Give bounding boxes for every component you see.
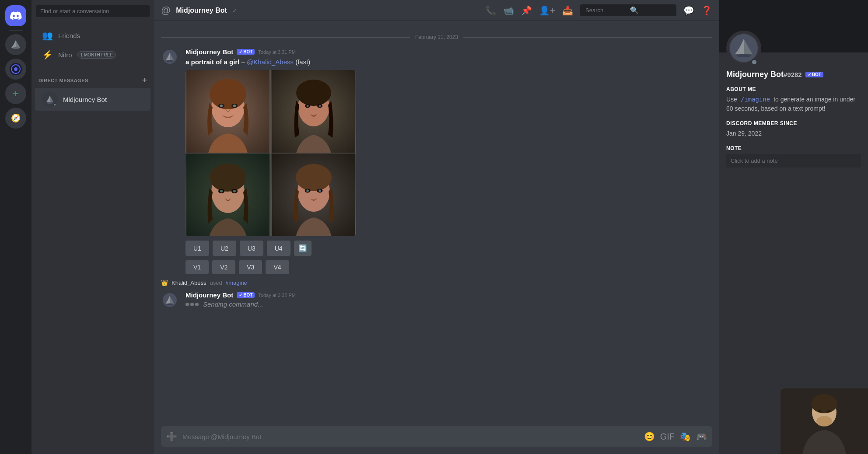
help-icon[interactable]: ❓ <box>701 5 712 16</box>
nitro-badge: 1 MONTH FREE <box>77 51 116 59</box>
v4-button[interactable]: V4 <box>266 260 289 274</box>
member-since-date: Jan 29, 2022 <box>726 129 861 138</box>
image-cell-3[interactable] <box>186 154 270 236</box>
message-content-1: Midjourney Bot ✓ BOT Today at 3:31 PM a … <box>186 48 712 274</box>
member-since-title: DISCORD MEMBER SINCE <box>726 120 861 126</box>
portrait-4 <box>271 154 356 236</box>
channel-name: Midjourney Bot <box>176 7 227 14</box>
sticker-button[interactable]: 🎭 <box>680 426 691 447</box>
server-icon-sailing[interactable] <box>5 34 26 55</box>
u2-button[interactable]: U2 <box>213 241 236 256</box>
search-icon: 🔍 <box>630 6 671 14</box>
message-input[interactable] <box>182 428 639 446</box>
dm-header: Direct Messages + <box>32 68 154 87</box>
call-icon[interactable]: 📞 <box>485 5 496 16</box>
profile-body: Midjourney Bot#9282 ✓ BOT ABOUT ME Use /… <box>719 52 868 182</box>
video-icon[interactable]: 📹 <box>503 5 514 16</box>
nitro-label: Nitro <box>58 51 72 59</box>
svg-point-28 <box>220 190 223 192</box>
sending-dots <box>186 303 199 306</box>
server-icon-ai[interactable] <box>5 59 26 80</box>
image-cell-2[interactable] <box>271 70 356 153</box>
threads-icon[interactable]: 💬 <box>683 5 694 16</box>
message-input-wrapper: ➕ 😊 GIF 🎭 🎮 <box>161 426 712 447</box>
friends-icon: 👥 <box>42 30 53 41</box>
message-time-1: Today at 3:31 PM <box>258 49 296 55</box>
portrait-2 <box>271 70 356 153</box>
refresh-button[interactable]: 🔄 <box>294 241 312 256</box>
sidebar-item-nitro[interactable]: ⚡ Nitro 1 MONTH FREE <box>35 45 150 64</box>
dm-header-label: Direct Messages <box>38 78 88 83</box>
dm-status-dot <box>53 103 58 107</box>
find-conversation-input[interactable] <box>36 5 150 17</box>
system-used-text: used <box>210 279 222 286</box>
svg-point-38 <box>166 304 173 305</box>
image-cell-1[interactable] <box>186 70 270 153</box>
profile-about-me-section: ABOUT ME Use /imagine to generate an ima… <box>726 86 861 113</box>
sidebar-item-friends[interactable]: 👥 Friends <box>35 26 150 45</box>
message-bold-text: a portrait of a girl <box>186 58 239 66</box>
header-actions: 📞 📹 📌 👤+ 📥 Search 🔍 💬 ❓ <box>485 4 712 16</box>
discord-home-button[interactable] <box>5 5 26 26</box>
message-header-2: Midjourney Bot ✓ BOT Today at 3:32 PM <box>186 291 712 299</box>
v1-button[interactable]: V1 <box>186 260 209 274</box>
svg-point-6 <box>47 102 53 104</box>
svg-point-15 <box>233 105 236 107</box>
gif-button[interactable]: GIF <box>660 426 675 447</box>
date-divider: February 11, 2023 <box>154 30 719 45</box>
portrait-3 <box>186 154 270 236</box>
profile-name: Midjourney Bot#9282 <box>726 70 802 79</box>
u4-button[interactable]: U4 <box>267 241 290 256</box>
pin-icon[interactable]: 📌 <box>521 5 532 16</box>
message-group-1: Midjourney Bot ✓ BOT Today at 3:31 PM a … <box>154 45 719 278</box>
webcam-person <box>780 388 868 454</box>
note-box[interactable]: Click to add a note <box>726 154 861 168</box>
main-chat: @ Midjourney Bot ✓ 📞 📹 📌 👤+ 📥 Search 🔍 💬… <box>154 0 719 454</box>
message-author-2: Midjourney Bot <box>186 291 233 299</box>
right-panel: Midjourney Bot#9282 ✓ BOT ABOUT ME Use /… <box>719 0 868 454</box>
svg-point-44 <box>811 394 837 413</box>
v3-button[interactable]: V3 <box>239 260 262 274</box>
bot-badge-1: ✓ BOT <box>237 49 255 55</box>
svg-point-32 <box>296 164 332 191</box>
activity-button[interactable]: 🎮 <box>696 426 707 447</box>
explore-servers-button[interactable]: 🧭 <box>5 108 26 129</box>
sidebar: 👥 Friends ⚡ Nitro 1 MONTH FREE Direct Me… <box>32 0 154 454</box>
message-input-area: ➕ 😊 GIF 🎭 🎮 <box>154 426 719 454</box>
dm-item-midjourney[interactable]: Midjourney Bot <box>35 88 150 111</box>
svg-point-1 <box>12 47 19 49</box>
date-label: February 11, 2023 <box>415 34 458 40</box>
profile-status-ring <box>751 59 758 66</box>
svg-point-46 <box>818 410 821 412</box>
message-header-1: Midjourney Bot ✓ BOT Today at 3:31 PM <box>186 48 712 56</box>
system-crown-icon: 👑 <box>161 279 168 286</box>
emoji-button[interactable]: 😊 <box>644 426 655 447</box>
u3-button[interactable]: U3 <box>240 241 263 256</box>
system-user: Khalid_Abess <box>172 279 206 286</box>
chat-search-box[interactable]: Search 🔍 <box>580 4 676 16</box>
dm-avatar-midjourney <box>42 91 58 107</box>
new-dm-button[interactable]: + <box>142 76 147 85</box>
svg-point-29 <box>233 190 236 192</box>
profile-note-section: NOTE Click to add a note <box>726 145 861 168</box>
bot-badge-2: ✓ BOT <box>237 292 255 298</box>
inbox-icon[interactable]: 📥 <box>562 5 573 16</box>
search-placeholder-text: Search <box>585 7 626 14</box>
svg-point-25 <box>210 164 246 192</box>
image-cell-4[interactable] <box>271 154 356 236</box>
system-command-link[interactable]: /imagine <box>226 279 247 286</box>
svg-point-36 <box>318 189 321 192</box>
chat-area: February 11, 2023 Midjourney Bot ✓ BOT <box>154 21 719 426</box>
svg-point-40 <box>737 54 751 57</box>
u1-button[interactable]: U1 <box>186 241 209 256</box>
attach-button[interactable]: ➕ <box>166 426 177 447</box>
message-time-2: Today at 3:32 PM <box>258 293 296 298</box>
v2-button[interactable]: V2 <box>212 260 235 274</box>
message-avatar-2 <box>161 291 178 309</box>
dot-2 <box>190 303 194 306</box>
add-server-button[interactable]: + <box>5 83 26 104</box>
imagine-cmd-highlight: /imagine <box>739 95 772 103</box>
svg-point-47 <box>827 410 831 412</box>
add-member-icon[interactable]: 👤+ <box>539 5 555 16</box>
image-grid <box>186 70 356 236</box>
